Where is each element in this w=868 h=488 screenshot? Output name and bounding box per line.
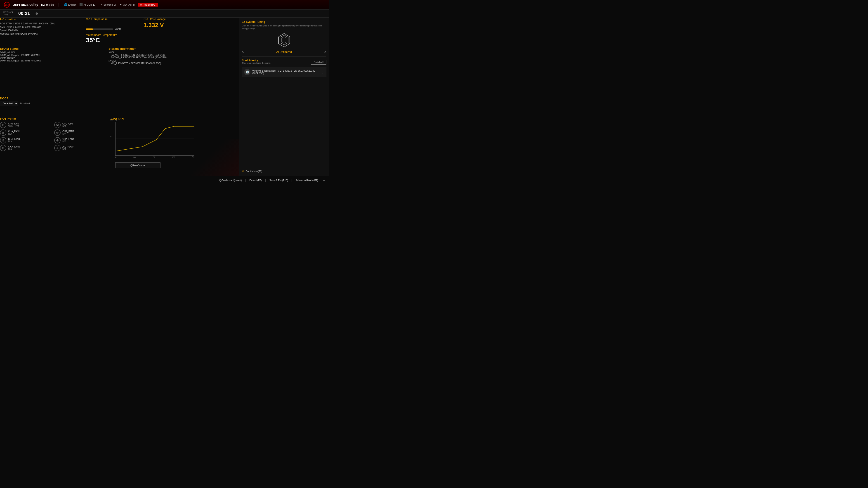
main-layout: Information ROG STRIX X870E-E GAMING WIF… — [0, 18, 329, 176]
nav-language[interactable]: 🌐 English — [64, 3, 76, 6]
boot-menu-label: Boot Menu(F8) — [246, 170, 262, 173]
ai-oc-icon: ⬛ — [80, 3, 83, 6]
resize-bar-label: ReSize BAR — [143, 3, 156, 6]
chart-y-mid: 50 — [110, 135, 112, 138]
fan-aio-icon: ◎ — [54, 145, 61, 151]
datetime: 09/27/2024 Friday — [3, 11, 13, 16]
header-nav: 🌐 English ⬛ AI OC(F11) ? Search(F9) ✦ AU… — [64, 3, 158, 6]
chart-y-max: 100 — [110, 119, 113, 121]
dram-section: DRAM Status DIMM_A1: N/A DIMM_A2: Kingst… — [0, 47, 84, 62]
dram-slots: DIMM_A1: N/A DIMM_A2: Kingston 16384MB 4… — [0, 51, 84, 62]
fan-profile-section: FAN Profile ⊛ CPU_FAN 1092 RPM ☢ CPU_OPT… — [0, 117, 104, 151]
fan-cpu-info: CPU_FAN 1092 RPM — [8, 123, 19, 127]
fan-cha4-info: CHA_FAN4 N/A — [62, 138, 74, 143]
fan-cha3-info: CHA_FAN3 N/A — [8, 138, 20, 143]
fan-aio-name: AIO_PUMP — [62, 145, 74, 148]
fan-cpu-opt: ☢ CPU_OPT N/A — [54, 122, 104, 128]
ez-brain-icon[interactable] — [242, 32, 327, 48]
svg-line-8 — [288, 43, 290, 43]
fan-cha4-rpm: N/A — [62, 140, 74, 143]
ez-prev-button[interactable]: < — [242, 50, 244, 54]
dram-a2: DIMM_A2: Kingston 16384MB 4800MHz — [0, 54, 84, 57]
boot-header: Boot Priority Choose one and drag the it… — [242, 59, 327, 66]
dram-b2: DIMM_B2: Kingston 16384MB 4800MHz — [0, 59, 84, 62]
storage-title: Storage Information — [108, 47, 194, 51]
fan-cpu: ⊛ CPU_FAN 1092 RPM — [0, 122, 50, 128]
fan-cha2: ⊛ CHA_FAN2 N/A — [54, 129, 104, 136]
ez-tuning-title: EZ System Tuning — [242, 20, 327, 24]
qfan-button[interactable]: QFan Control — [115, 162, 160, 168]
fan-cha1-rpm: N/A — [8, 133, 20, 135]
docp-select[interactable]: Disabled Enabled — [0, 101, 18, 106]
aura-icon: ✦ — [119, 3, 122, 6]
fan-cha5-icon: ⊛ — [0, 145, 6, 151]
settings-icon[interactable]: ⚙ — [35, 12, 38, 15]
advanced-mode-button[interactable]: Advanced Mode(F7) — [292, 179, 322, 182]
drag-handle-icon[interactable]: ⋮⋮ — [318, 70, 324, 74]
cpu-voltage-value: 1.332 V — [144, 22, 200, 29]
chart-x-unit: °C — [192, 156, 194, 158]
chart-y-pct: % — [115, 119, 117, 121]
aura-label: AURA(F4) — [123, 3, 135, 6]
header-title: UEFI BIOS Utility - EZ Mode — [13, 3, 54, 6]
boot-priority-desc: Choose one and drag the items. — [242, 62, 271, 64]
storage-sata3: SATA6G_3: KINGSTON SA400S371920G (1920.3… — [108, 54, 194, 56]
fan-cha3-rpm: N/A — [8, 140, 20, 143]
resize-bar-button[interactable]: ⊞ ReSize BAR — [138, 3, 158, 6]
fan-cha2-info: CHA_FAN2 N/A — [62, 130, 74, 135]
fan-cha4: ⊛ CHA_FAN4 N/A — [54, 137, 104, 143]
language-icon: 🌐 — [64, 3, 67, 6]
fan-cpu-opt-icon: ☢ — [54, 122, 61, 128]
svg-line-11 — [278, 37, 280, 37]
ai-oc-label: AI OC(F11) — [84, 3, 96, 6]
save-exit-button[interactable]: Save & Exit(F10) — [266, 179, 292, 182]
fan-cha3: ⊛ CHA_FAN3 N/A — [0, 137, 50, 143]
docp-status: Disabled — [20, 102, 30, 105]
cpu-fan-chart-svg — [115, 122, 194, 156]
switch-all-button[interactable]: Switch all — [311, 60, 327, 65]
fan-cpu-name: CPU_FAN — [8, 123, 19, 125]
cpu-temp-bar-bg — [86, 29, 113, 30]
mb-temp-label: Motherboard Temperature — [86, 33, 140, 37]
nav-search[interactable]: ? Search(F9) — [99, 3, 116, 6]
cpu-temp-label: CPU Temperature — [86, 18, 140, 21]
storage-sata4: SATA6G_4: KINGSTON SEDC500M3840G (3840.7… — [108, 56, 194, 59]
boot-priority-title: Boot Priority — [242, 59, 271, 62]
fan-aio-rpm: N/A — [62, 148, 74, 151]
information-memory: Memory: 32768 MB (DDR5 6400MHz) — [0, 32, 84, 35]
svg-line-10 — [278, 43, 280, 43]
fan-cha3-icon: ⊛ — [0, 137, 6, 143]
svg-line-7 — [288, 37, 290, 37]
boot-menu-button[interactable]: ✳ Boot Menu(F8) — [242, 169, 327, 173]
dram-b1: DIMM_B1: N/A — [0, 57, 84, 59]
storage-ahci-label: AHCI: — [108, 51, 194, 54]
ez-profile-name: AI Optimized — [276, 51, 292, 54]
cpu-temp-value: 26°C — [115, 28, 121, 31]
chart-x-labels: 0 30 70 100 °C — [115, 156, 194, 158]
cpu-fan-chart-wrapper: 100 % 50 0 30 70 100 °C — [111, 122, 201, 158]
ez-tuning-section: EZ System Tuning Click the icon below to… — [242, 20, 327, 57]
fan-cha3-name: CHA_FAN3 — [8, 138, 20, 140]
fan-cha5: ⊛ CHA_FAN5 N/A — [0, 145, 50, 151]
docp-title: DOCP — [0, 97, 84, 100]
ez-next-button[interactable]: > — [324, 50, 327, 54]
boot-disk-icon: 💽 — [244, 69, 250, 75]
boot-item-label: Windows Boot Manager (M.2_1: KINGSTON SK… — [252, 70, 317, 74]
nav-aura[interactable]: ✦ AURA(F4) — [119, 3, 135, 6]
language-label: English — [68, 3, 76, 6]
cpu-voltage-section: CPU Core Voltage 1.332 V — [144, 18, 200, 29]
sub-header: 09/27/2024 Friday 00:21 ⚙ — [0, 9, 329, 18]
default-button[interactable]: Default(F5) — [246, 179, 266, 182]
exit-icon: ↪ — [323, 178, 326, 182]
docp-controls: Disabled Enabled Disabled — [0, 101, 84, 106]
fan-profile-title: FAN Profile — [0, 117, 104, 121]
search-icon: ? — [99, 3, 103, 6]
board-name: ROG STRIX X870E-E GAMING WIFI — [0, 22, 37, 25]
q-dashboard-button[interactable]: Q-Dashboard(Insert) — [215, 179, 246, 182]
asterisk-icon: ✳ — [242, 169, 244, 173]
nav-ai-oc[interactable]: ⬛ AI OC(F11) — [80, 3, 96, 6]
boot-item-0[interactable]: 💽 Windows Boot Manager (M.2_1: KINGSTON … — [242, 67, 327, 77]
ez-tuning-desc: Click the icon below to apply a pre-conf… — [242, 24, 327, 30]
information-title: Information — [0, 18, 84, 21]
brain-svg — [275, 32, 293, 48]
